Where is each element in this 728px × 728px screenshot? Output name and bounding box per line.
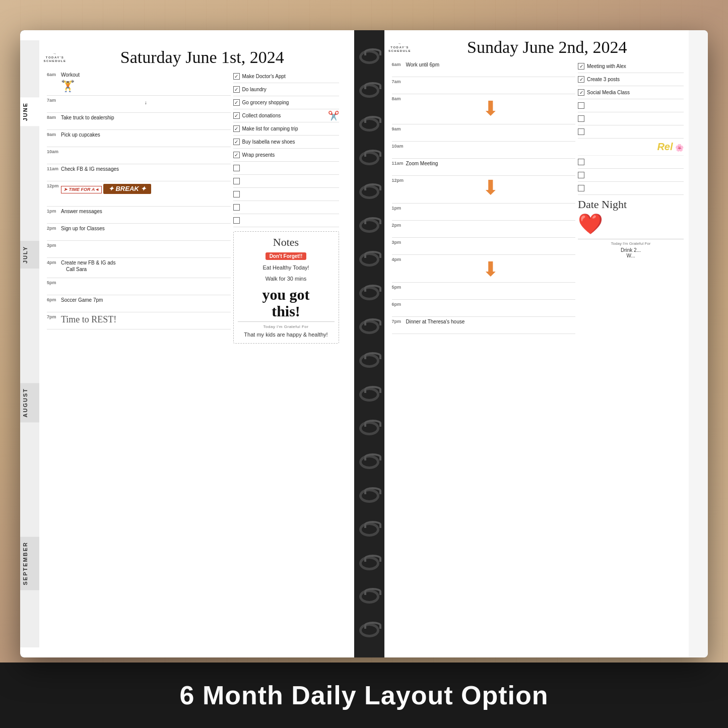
- break-banner: ✦ BREAK ✦: [103, 184, 151, 194]
- time-block-6am-left: 6am Workout 🏋️: [47, 70, 231, 96]
- checkbox-6-right[interactable]: [578, 128, 584, 135]
- left-page-header: → TODAY'S SCHEDULE Saturday June 1st, 20…: [47, 48, 339, 67]
- scissors-icon-left: ✂️: [328, 110, 339, 121]
- right-tasks-column-right: Meeting with Alex Create 3 posts Social …: [578, 60, 684, 652]
- checkbox-7-right[interactable]: [578, 159, 584, 165]
- time-block-7am-left: 7am ↓: [47, 96, 231, 113]
- grateful-text-right: Drink 2... W...: [578, 247, 684, 258]
- checkbox-5-left[interactable]: [233, 125, 240, 132]
- time-6am-left: 6am: [47, 72, 61, 77]
- you-got-this: you gotthis!: [238, 286, 335, 319]
- event-1pm-left: Answer messages: [61, 208, 231, 215]
- task-4-right: [578, 99, 684, 112]
- time-3pm-right: 3pm: [392, 239, 406, 245]
- checkbox-4-left[interactable]: [233, 112, 240, 119]
- time-block-8am-left: 8am Take truck to dealership: [47, 113, 231, 130]
- tab-june[interactable]: JUNE: [20, 97, 39, 126]
- time-block-8am-right: 8am ⬇: [392, 94, 576, 124]
- checkbox-5-right[interactable]: [578, 115, 584, 122]
- checkbox-3-right[interactable]: [578, 89, 584, 96]
- time-5pm-right: 5pm: [392, 284, 406, 290]
- tab-july[interactable]: JULY: [20, 241, 39, 269]
- tab-august[interactable]: AUGUST: [20, 383, 39, 422]
- time-9am-left: 9am: [47, 131, 61, 137]
- left-schedule-column: 6am Workout 🏋️ 7am ↓ 8am: [47, 70, 231, 642]
- event-6am-right: Work until 6pm: [406, 61, 576, 68]
- time-block-10am-right: 10am: [392, 142, 576, 159]
- time-12pm-left: 12pm: [47, 183, 61, 188]
- task-label-1-left: Make Doctor's Appt: [242, 74, 286, 79]
- checkbox-3-left[interactable]: [233, 99, 240, 106]
- coil-15: [359, 522, 379, 537]
- time-block-3pm-right: 3pm: [392, 238, 576, 255]
- time-1pm-right: 1pm: [392, 205, 406, 211]
- checkbox-2-right[interactable]: [578, 76, 584, 83]
- checkbox-7-left[interactable]: [233, 152, 240, 158]
- checkbox-6-left[interactable]: [233, 139, 240, 145]
- checkbox-4-right[interactable]: [578, 102, 584, 109]
- time-block-1pm-right: 1pm: [392, 204, 576, 221]
- date-night-section: Date Night ❤️: [578, 198, 684, 236]
- time-9am-right: 9am: [392, 126, 406, 131]
- coil-17: [359, 589, 379, 604]
- right-main-cols: 6am Work until 6pm 7am 8am ⬇ 9: [392, 60, 684, 652]
- time-6pm-right: 6pm: [392, 301, 406, 307]
- relax-text: Rel: [657, 141, 673, 152]
- tab-september[interactable]: SEPTEMBER: [20, 537, 39, 590]
- coil-8: [359, 286, 379, 300]
- left-page-date: Saturday June 1st, 2024: [65, 48, 339, 67]
- left-main-cols: 6am Workout 🏋️ 7am ↓ 8am: [47, 70, 339, 642]
- orange-arrow-4pm: ⬇: [406, 259, 576, 279]
- time-block-5pm-right: 5pm: [392, 283, 576, 300]
- task-3-right: Social Media Class: [578, 86, 684, 99]
- event-7pm-left: Time to REST!: [61, 314, 231, 325]
- checkbox-12-left[interactable]: [233, 217, 240, 224]
- checkbox-10-left[interactable]: [233, 191, 240, 197]
- time-block-4pm-right: 4pm ⬇: [392, 255, 576, 283]
- time-11am-right: 11am: [392, 160, 406, 166]
- checkbox-1-right[interactable]: [578, 63, 584, 70]
- month-tabs-right: [689, 30, 708, 657]
- checkbox-8-left[interactable]: [233, 165, 240, 171]
- event-4pm-right: ⬇: [406, 256, 576, 279]
- time-block-9am-left: 9am Pick up cupcakes: [47, 130, 231, 147]
- planner-book: JUNE JULY AUGUST SEPTEMBER → TODAY'S SCH…: [20, 30, 708, 657]
- time-block-7pm-left: 7pm Time to REST!: [47, 312, 231, 329]
- time-7pm-right: 7pm: [392, 318, 406, 324]
- checkbox-9-left[interactable]: [233, 178, 240, 184]
- task-1-right: Meeting with Alex: [578, 60, 684, 73]
- task-7-right: [578, 156, 684, 169]
- time-block-1pm-left: 1pm Answer messages: [47, 207, 231, 224]
- schedule-label-left: TODAY'S SCHEDULE: [44, 56, 67, 63]
- right-page-date: Sunday June 2nd, 2024: [411, 38, 684, 57]
- time-block-6am-right: 6am Work until 6pm: [392, 60, 576, 77]
- task-5-left: Make list for camping trip: [233, 122, 339, 136]
- checkbox-11-left[interactable]: [233, 204, 240, 211]
- grateful-text-left: That my kids are happy & healthy!: [238, 330, 335, 339]
- checkbox-9-right[interactable]: [578, 185, 584, 191]
- checkbox-8-right[interactable]: [578, 172, 584, 178]
- orange-arrow-12pm: ⬇: [406, 177, 576, 197]
- grateful-section-left: Today I'm Grateful For That my kids are …: [238, 321, 335, 339]
- task-label-4-left: Collect donations: [242, 113, 281, 118]
- coil-3: [359, 117, 379, 131]
- coil-10: [359, 354, 379, 368]
- left-page: JUNE JULY AUGUST SEPTEMBER → TODAY'S SCH…: [20, 30, 354, 657]
- notes-section-left: Notes Don't Forget!! Eat Healthy Today! …: [233, 231, 339, 344]
- task-6-right: [578, 125, 684, 139]
- arrow-down-7am: ↓: [61, 99, 231, 106]
- checkbox-2-left[interactable]: [233, 86, 240, 93]
- time-block-12pm-left: 12pm ➤ TIME FOR A◄ ✦ BREAK ✦: [47, 181, 231, 207]
- notes-title: Notes: [238, 236, 335, 249]
- time-12pm-right: 12pm: [392, 177, 406, 183]
- event-2pm-left: Sign up for Classes: [61, 225, 231, 232]
- time-block-12pm-right: 12pm ⬇: [392, 176, 576, 204]
- notes-item-1: Eat Healthy Today!: [238, 262, 335, 273]
- task-2-left: Do laundry: [233, 83, 339, 96]
- event-8am-right: ⬇: [406, 96, 576, 118]
- time-block-11am-right: 11am Zoom Meeting: [392, 159, 576, 176]
- task-8-left: [233, 162, 339, 175]
- time-7am-left: 7am: [47, 97, 61, 103]
- checkbox-1-left[interactable]: [233, 73, 240, 80]
- task-9-left: [233, 175, 339, 188]
